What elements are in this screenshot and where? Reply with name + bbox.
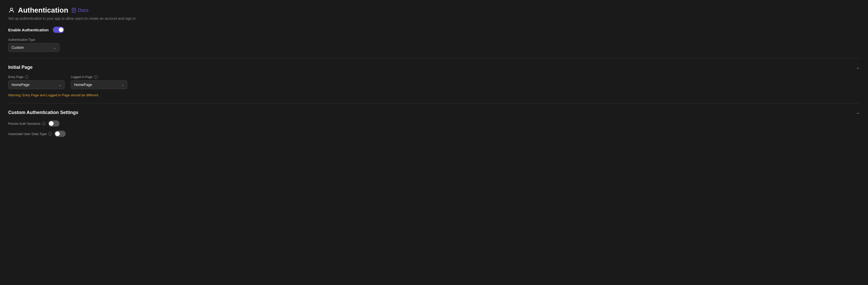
logged-in-page-select-wrapper: HomePage DashboardPage ProfilePage ⌄ <box>71 80 127 89</box>
associate-user-data-info-icon[interactable]: i <box>48 132 52 136</box>
auth-type-select[interactable]: Custom Firebase Auth0 Supabase <box>8 43 60 52</box>
initial-page-section: Initial Page ⌄ Entry Page i HomePage Log… <box>8 64 860 97</box>
custom-auth-settings-collapse-icon[interactable]: ⌄ <box>856 110 860 115</box>
docs-link[interactable]: Docs <box>71 8 89 13</box>
page-header: Authentication Docs <box>8 6 860 15</box>
auth-type-select-wrapper: Custom Firebase Auth0 Supabase ⌄ <box>8 43 60 52</box>
entry-page-label: Entry Page <box>8 75 23 79</box>
page-subtitle: Set up authentication in your app to all… <box>8 17 860 21</box>
entry-page-select-wrapper: HomePage LoginPage SignupPage ⌄ <box>8 80 65 89</box>
svg-point-0 <box>10 8 13 10</box>
logged-in-page-group: Logged In Page i HomePage DashboardPage … <box>71 75 127 89</box>
custom-auth-settings-section: Custom Authentication Settings ⌄ Persist… <box>8 110 860 137</box>
enable-auth-row: Enable Authentication <box>8 27 860 33</box>
docs-icon <box>71 8 76 13</box>
associate-user-data-toggle[interactable] <box>54 131 66 137</box>
associate-user-data-toggle-slider <box>54 131 66 137</box>
entry-page-group: Entry Page i HomePage LoginPage SignupPa… <box>8 75 65 89</box>
persist-auth-info-icon[interactable]: i <box>42 122 45 125</box>
divider-1 <box>8 58 860 58</box>
associate-user-data-label: Associate User Data Type i <box>8 132 52 136</box>
initial-page-header: Initial Page ⌄ <box>8 64 860 70</box>
initial-page-title: Initial Page <box>8 65 33 70</box>
entry-page-label-group: Entry Page i <box>8 75 65 79</box>
page-warning: Warning: Entry Page and Logged In Page s… <box>8 93 860 97</box>
enable-auth-toggle[interactable] <box>53 27 64 33</box>
logged-in-page-select[interactable]: HomePage DashboardPage ProfilePage <box>71 80 127 89</box>
enable-auth-label: Enable Authentication <box>8 28 49 32</box>
auth-type-label: Authentication Type <box>8 38 860 41</box>
logged-in-page-label: Logged In Page <box>71 75 93 79</box>
initial-page-collapse-icon[interactable]: ⌄ <box>856 64 860 70</box>
page-title: Authentication <box>18 6 68 15</box>
entry-page-info-icon[interactable]: i <box>25 75 28 79</box>
persist-auth-label: Persist Auth Sessions i <box>8 122 45 125</box>
user-icon <box>8 7 15 13</box>
persist-auth-toggle-slider <box>48 120 60 126</box>
divider-2 <box>8 103 860 104</box>
custom-auth-settings-title: Custom Authentication Settings <box>8 110 78 115</box>
logged-in-page-info-icon[interactable]: i <box>94 75 98 79</box>
logged-in-page-label-group: Logged In Page i <box>71 75 127 79</box>
persist-auth-label-text: Persist Auth Sessions <box>8 122 40 125</box>
custom-auth-settings-header: Custom Authentication Settings ⌄ <box>8 110 860 115</box>
docs-label: Docs <box>78 8 89 13</box>
auth-type-section: Authentication Type Custom Firebase Auth… <box>8 38 860 52</box>
associate-user-data-label-text: Associate User Data Type <box>8 132 47 136</box>
persist-auth-row: Persist Auth Sessions i <box>8 120 860 126</box>
page-selectors-row: Entry Page i HomePage LoginPage SignupPa… <box>8 75 860 89</box>
toggle-slider <box>53 27 64 33</box>
associate-user-data-row: Associate User Data Type i <box>8 131 860 137</box>
entry-page-select[interactable]: HomePage LoginPage SignupPage <box>8 80 65 89</box>
persist-auth-toggle[interactable] <box>48 120 60 126</box>
